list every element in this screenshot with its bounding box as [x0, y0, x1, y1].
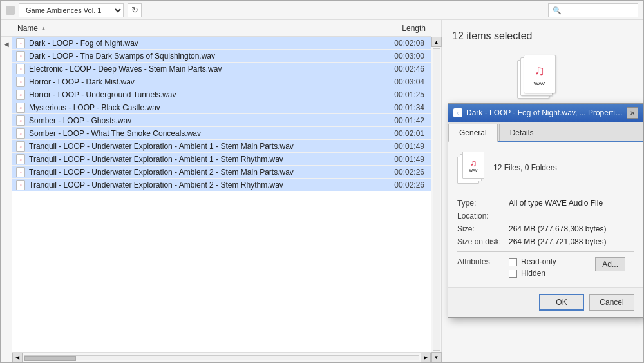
search-input[interactable] — [548, 3, 638, 17]
cancel-button[interactable]: Cancel — [589, 294, 634, 311]
folder-dropdown[interactable]: Game Ambiences Vol. 1 — [19, 3, 124, 17]
checkboxes-group: Read-only Hidden — [509, 257, 556, 278]
dialog-close-button[interactable]: ✕ — [627, 107, 638, 119]
dialog-stack-3: ♫ WAV — [462, 152, 484, 179]
table-row[interactable]: ♫Mysterious - LOOP - Black Castle.wav00:… — [12, 101, 431, 114]
scroll-left-arrow[interactable]: ◀ — [12, 353, 23, 363]
table-row[interactable]: ♫Tranquil - LOOP - Underwater Exploratio… — [12, 153, 431, 166]
wav-file-icon: ♫ — [16, 90, 25, 100]
file-length: 00:01:42 — [386, 116, 431, 125]
size-on-disk-row: Size on disk: 264 MB (277,721,088 bytes) — [457, 237, 634, 246]
wav-file-icon: ♫ — [16, 51, 25, 61]
file-name: Tranquil - LOOP - Underwater Exploration… — [29, 168, 386, 177]
file-name: Somber - LOOP - Ghosts.wav — [29, 116, 386, 125]
divider-1 — [457, 193, 634, 193]
readonly-label: Read-only — [521, 257, 556, 266]
table-row[interactable]: ♫Electronic - LOOP - Deep Waves - Stem M… — [12, 63, 431, 75]
file-icon: ♫ — [15, 102, 26, 113]
location-label: Location: — [457, 211, 509, 221]
stacked-file-icons: ♫ WAV ♫ WAV ♫ WAV — [442, 50, 643, 110]
scroll-thumb[interactable] — [24, 356, 76, 361]
horizontal-scrollbar[interactable]: ◀ ▶ — [12, 352, 431, 362]
file-icon: ♫ — [15, 89, 26, 101]
wav-file-icon: ♫ — [16, 38, 25, 48]
file-name: Tranquil - LOOP - Underwater Exploration… — [29, 142, 386, 151]
size-row: Size: 264 MB (277,678,308 bytes) — [457, 224, 634, 233]
stack-icon-3: ♫ WAV — [524, 55, 556, 93]
ok-button[interactable]: OK — [539, 294, 584, 311]
size-on-disk-label: Size on disk: — [457, 237, 509, 246]
file-name: Horror - LOOP - Underground Tunnels.wav — [29, 90, 386, 99]
divider-2 — [457, 251, 634, 252]
table-row[interactable]: ♫Dark - LOOP - The Dark Swamps of Squish… — [12, 50, 431, 63]
file-name: Mysterious - LOOP - Black Castle.wav — [29, 103, 386, 112]
dialog-file-count: 12 Files, 0 Folders — [493, 163, 557, 172]
dialog-file-icon-group: ♫ WAV ♫ WAV ♫ WAV — [457, 152, 486, 184]
file-icon: ♫ — [15, 141, 26, 152]
file-length: 00:01:25 — [386, 90, 431, 99]
file-length: 00:02:08 — [386, 39, 431, 48]
size-on-disk-value: 264 MB (277,721,088 bytes) — [509, 237, 634, 246]
advanced-button[interactable]: Ad... — [595, 257, 625, 271]
file-list-area: ◀ ♫Dark - LOOP - Fog of Night.wav00:02:0… — [1, 37, 441, 362]
collapse-arrow[interactable]: ◀ — [3, 39, 10, 49]
scroll-track[interactable] — [24, 355, 419, 360]
file-length: 00:02:46 — [386, 64, 431, 74]
file-rows[interactable]: ♫Dark - LOOP - Fog of Night.wav00:02:08♫… — [12, 37, 431, 352]
left-panel: Name ▲ Length ◀ ♫Dark - LOOP - Fog of Ni… — [1, 20, 442, 362]
readonly-checkbox[interactable] — [509, 258, 517, 266]
file-icon: ♫ — [15, 37, 26, 49]
tab-details[interactable]: Details — [499, 124, 545, 141]
dialog-file-area: ♫ WAV ♫ WAV ♫ WAV 12 Files, 0 Folders — [457, 152, 634, 184]
hidden-checkbox[interactable] — [509, 270, 517, 278]
title-bar: Game Ambiences Vol. 1 ↻ — [1, 1, 643, 20]
wav-file-icon: ♫ — [16, 180, 25, 190]
file-icon: ♫ — [15, 179, 26, 191]
dialog-window-icon: ♫ — [453, 108, 462, 117]
dialog-note-3: ♫ — [470, 158, 477, 168]
wav-file-icon: ♫ — [16, 154, 25, 164]
size-value: 264 MB (277,678,308 bytes) — [509, 224, 634, 233]
file-name: Dark - LOOP - Fog of Night.wav — [29, 39, 386, 48]
column-header: Name ▲ Length — [1, 20, 441, 37]
file-icon: ♫ — [15, 50, 26, 62]
refresh-button[interactable]: ↻ — [128, 3, 142, 17]
file-length: 00:02:01 — [386, 129, 431, 138]
table-row[interactable]: ♫Horror - LOOP - Dark Mist.wav00:03:04 — [12, 75, 431, 88]
items-selected-label: 12 items selected — [442, 20, 643, 50]
table-row[interactable]: ♫Dark - LOOP - Fog of Night.wav00:02:08 — [12, 37, 431, 50]
vertical-scrollbar[interactable]: ▲ ▼ — [431, 37, 441, 362]
wav-file-icon: ♫ — [16, 77, 25, 87]
dialog-content: ♫ WAV ♫ WAV ♫ WAV 12 Files, 0 Folders Ty… — [448, 142, 643, 287]
table-row[interactable]: ♫Horror - LOOP - Underground Tunnels.wav… — [12, 88, 431, 101]
dialog-wav-3: WAV — [469, 168, 477, 172]
tab-general[interactable]: General — [448, 124, 498, 142]
table-row[interactable]: ♫Tranquil - LOOP - Underwater Exploratio… — [12, 179, 431, 191]
file-length: 00:02:26 — [386, 168, 431, 177]
file-icon: ♫ — [15, 115, 26, 126]
scroll-up-arrow[interactable]: ▲ — [431, 37, 442, 47]
dialog-icon-symbol: ♫ — [456, 110, 460, 116]
hidden-label: Hidden — [521, 269, 545, 278]
table-row[interactable]: ♫Somber - LOOP - What The Smoke Conceals… — [12, 127, 431, 140]
scroll-v-track[interactable] — [433, 48, 440, 351]
file-name: Horror - LOOP - Dark Mist.wav — [29, 77, 386, 86]
file-length: 00:02:26 — [386, 181, 431, 190]
file-length: 00:03:00 — [386, 52, 431, 61]
file-name: Tranquil - LOOP - Underwater Exploration… — [29, 155, 386, 164]
sort-icon: ▲ — [41, 25, 46, 32]
scroll-down-arrow[interactable]: ▼ — [431, 352, 442, 362]
readonly-row: Read-only — [509, 257, 556, 266]
table-row[interactable]: ♫Tranquil - LOOP - Underwater Exploratio… — [12, 140, 431, 153]
scroll-right-arrow[interactable]: ▶ — [421, 353, 431, 363]
wav-file-icon: ♫ — [16, 64, 25, 74]
col-name-header[interactable]: Name ▲ — [12, 24, 386, 33]
file-length: 00:01:49 — [386, 142, 431, 151]
table-row[interactable]: ♫Tranquil - LOOP - Underwater Exploratio… — [12, 166, 431, 179]
location-row: Location: — [457, 211, 634, 221]
type-row: Type: All of type WAVE Audio File — [457, 199, 634, 208]
table-row[interactable]: ♫Somber - LOOP - Ghosts.wav00:01:42 — [12, 114, 431, 127]
properties-dialog: ♫ Dark - LOOP - Fog of Night.wav, ... Pr… — [448, 103, 644, 318]
wav-label-3: WAV — [534, 81, 545, 86]
dialog-title-text: Dark - LOOP - Fog of Night.wav, ... Prop… — [466, 108, 623, 117]
